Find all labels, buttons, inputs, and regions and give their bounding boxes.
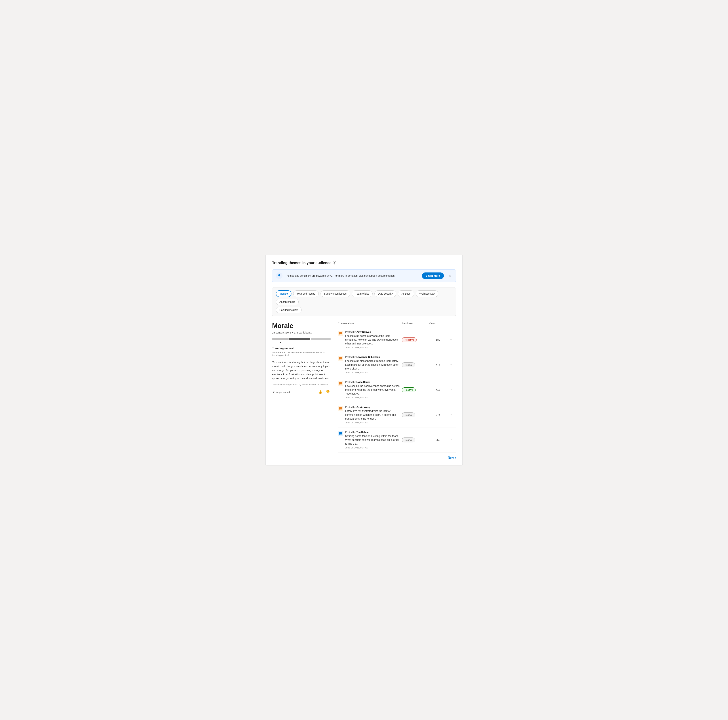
conv-date-4: June 14, 2023, 9:34 AM bbox=[345, 421, 401, 424]
conv-main-4: Posted by Astrid Wong Lately, I've felt … bbox=[338, 406, 401, 424]
right-panel: Conversations Sentiment Views ↓ bbox=[338, 322, 456, 459]
conv-date-1: June 14, 2023, 9:34 AM bbox=[345, 346, 401, 349]
conv-main-1: Posted by Amy Nguyen Feeling a bit down … bbox=[338, 330, 401, 349]
bar-positive bbox=[311, 338, 330, 340]
tab-wellness-day[interactable]: Wellness Day bbox=[416, 290, 438, 297]
conv-text-1: Feeling a bit down lately about the team… bbox=[345, 334, 401, 345]
table-header: Conversations Sentiment Views ↓ bbox=[338, 322, 456, 327]
tab-team-offsite[interactable]: Team offsite bbox=[352, 290, 373, 297]
triangle-indicator: ▲ bbox=[279, 341, 330, 344]
sentiment-cell-3: Positive bbox=[402, 388, 427, 391]
ai-footer: AI-generated 👍 👎 bbox=[272, 389, 330, 395]
sparkle-icon bbox=[272, 390, 275, 393]
sentiment-badge-4: Neutral bbox=[402, 413, 415, 417]
main-container: Trending themes in your audience i Theme… bbox=[265, 255, 463, 465]
conv-author-5: Posted by Tim Deboer bbox=[345, 431, 401, 433]
conv-text-4: Lately, I've felt frustrated with the la… bbox=[345, 409, 401, 421]
tabs-row: Morale Year end results Supply chain iss… bbox=[276, 290, 452, 305]
ai-disclaimer: The summary is generated by AI and may n… bbox=[272, 384, 330, 386]
left-panel: Morale 15 conversations • 275 participan… bbox=[272, 322, 330, 459]
trend-cell-2: ↗ bbox=[449, 362, 456, 367]
next-button[interactable]: Next › bbox=[448, 456, 456, 459]
chevron-right-icon: › bbox=[455, 456, 456, 459]
sentiment-cell-4: Neutral bbox=[402, 413, 427, 416]
trend-cell-1: ↗ bbox=[449, 337, 456, 342]
learn-more-button[interactable]: Learn more bbox=[422, 272, 444, 279]
thumbs-down-button[interactable]: 👎 bbox=[325, 389, 330, 395]
sentiment-cell-2: Neutral bbox=[402, 363, 427, 366]
tab-ai-bugs[interactable]: AI Bugs bbox=[398, 290, 414, 297]
feedback-buttons: 👍 👎 bbox=[317, 389, 330, 395]
ai-badge: AI-generated bbox=[272, 390, 290, 393]
conv-icon-3 bbox=[338, 381, 343, 386]
message-icon-3 bbox=[339, 382, 342, 385]
col-sentiment: Sentiment bbox=[402, 322, 427, 325]
conv-text-3: Love seeing the positive vibes spreading… bbox=[345, 384, 401, 396]
info-icon[interactable]: i bbox=[333, 261, 336, 264]
table-row: Posted by Lydia Bauer Love seeing the po… bbox=[338, 378, 456, 402]
conv-icon-4 bbox=[338, 406, 343, 411]
conv-icon-2 bbox=[338, 356, 343, 361]
trend-button-4[interactable]: ↗ bbox=[449, 412, 453, 417]
message-icon-5 bbox=[339, 432, 342, 435]
banner-close-button[interactable]: ✕ bbox=[448, 273, 452, 278]
sentiment-cell-5: Neutral bbox=[402, 438, 427, 442]
views-cell-1: 589 bbox=[429, 338, 447, 341]
bar-neutral bbox=[289, 338, 310, 340]
conv-content-4: Posted by Astrid Wong Lately, I've felt … bbox=[345, 406, 401, 424]
trend-cell-4: ↗ bbox=[449, 412, 456, 417]
conv-author-4: Posted by Astrid Wong bbox=[345, 406, 401, 408]
sentiment-badge-3: Positive bbox=[402, 387, 416, 392]
conv-content-5: Posted by Tim Deboer Noticing some tensi… bbox=[345, 431, 401, 449]
tab-ai-job-impact[interactable]: AI Job Impact bbox=[276, 299, 298, 305]
sentiment-badge-1: Negative bbox=[402, 337, 417, 342]
sentiment-badge-5: Neutral bbox=[402, 437, 415, 442]
conversations-count: 15 conversations bbox=[272, 331, 291, 334]
conv-author-3: Posted by Lydia Bauer bbox=[345, 381, 401, 384]
banner-text: Themes and sentiment are powered by AI. … bbox=[285, 274, 419, 277]
tab-data-security[interactable]: Data security bbox=[375, 290, 396, 297]
trend-cell-5: ↗ bbox=[449, 437, 456, 442]
page-title: Trending themes in your audience bbox=[272, 261, 332, 265]
message-icon-2 bbox=[339, 357, 342, 360]
trend-button-5[interactable]: ↗ bbox=[449, 437, 453, 442]
thumbs-up-button[interactable]: 👍 bbox=[317, 389, 323, 395]
conv-icon-1 bbox=[338, 331, 343, 336]
conv-text-5: Noticing some tension brewing within the… bbox=[345, 434, 401, 446]
views-cell-5: 352 bbox=[429, 439, 447, 441]
sentiment-cell-1: Negative bbox=[402, 338, 427, 341]
views-cell-4: 376 bbox=[429, 413, 447, 416]
bar-negative bbox=[272, 338, 289, 340]
ai-banner: Themes and sentiment are powered by AI. … bbox=[272, 269, 456, 282]
tabs-row-2: Hacking incident bbox=[276, 307, 452, 313]
trend-cell-3: ↗ bbox=[449, 387, 456, 392]
trending-sub: Sentiment across conversations with this… bbox=[272, 351, 330, 356]
pagination-row: Next › bbox=[338, 452, 456, 459]
message-icon-4 bbox=[339, 407, 342, 410]
conv-text-2: Feeling a bit disconnected from the team… bbox=[345, 359, 401, 371]
table-row: Posted by Astrid Wong Lately, I've felt … bbox=[338, 402, 456, 427]
col-views[interactable]: Views ↓ bbox=[429, 322, 447, 325]
conv-icon-5 bbox=[338, 431, 343, 436]
trend-button-1[interactable]: ↗ bbox=[449, 337, 453, 342]
trend-button-3[interactable]: ↗ bbox=[449, 387, 453, 392]
col-conversations: Conversations bbox=[338, 322, 401, 325]
sentiment-badge-2: Neutral bbox=[402, 362, 415, 367]
message-icon-1 bbox=[339, 332, 342, 335]
conv-date-5: June 14, 2023, 9:34 AM bbox=[345, 446, 401, 449]
views-cell-2: 477 bbox=[429, 363, 447, 366]
tab-supply-chain-issues[interactable]: Supply chain issues bbox=[321, 290, 350, 297]
tab-year-end-results[interactable]: Year end results bbox=[293, 290, 319, 297]
tab-morale[interactable]: Morale bbox=[276, 290, 291, 297]
trending-label: Trending neutral bbox=[272, 347, 330, 350]
conv-content-2: Posted by Lawrence Gilbertson Feeling a … bbox=[345, 356, 401, 374]
conv-main-2: Posted by Lawrence Gilbertson Feeling a … bbox=[338, 356, 401, 374]
participants-count: 275 participants bbox=[294, 331, 312, 334]
sentiment-bar bbox=[272, 338, 330, 340]
topic-title: Morale bbox=[272, 322, 330, 330]
topic-meta: 15 conversations • 275 participants bbox=[272, 331, 330, 334]
conv-author-2: Posted by Lawrence Gilbertson bbox=[345, 356, 401, 358]
tab-hacking-incident[interactable]: Hacking incident bbox=[276, 307, 302, 313]
col-actions bbox=[449, 322, 456, 325]
trend-button-2[interactable]: ↗ bbox=[449, 362, 453, 367]
